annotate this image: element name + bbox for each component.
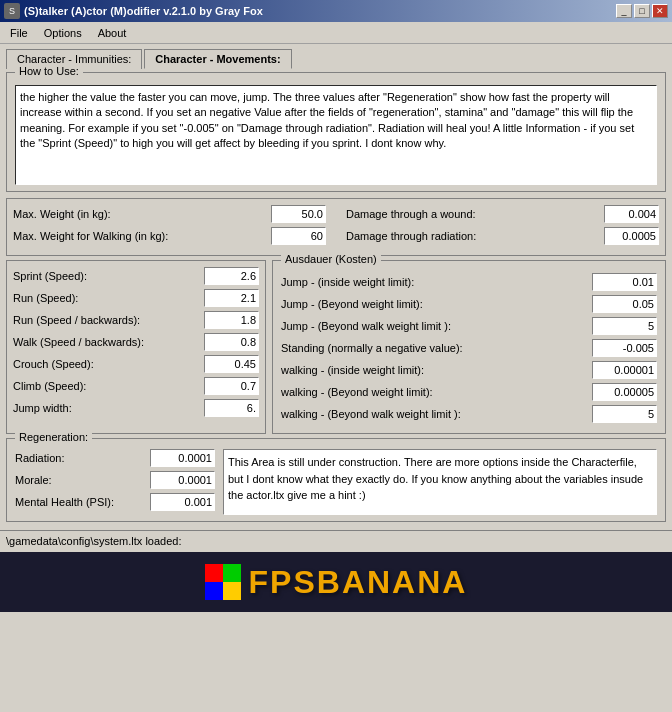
how-to-use-box: How to Use: the higher the value the fas… bbox=[6, 72, 666, 192]
jump-width-row: Jump width: bbox=[13, 399, 259, 417]
morale-input[interactable] bbox=[150, 471, 215, 489]
title-bar: S (S)talker (A)ctor (M)odifier v.2.1.0 b… bbox=[0, 0, 672, 22]
walking-inside-input[interactable] bbox=[592, 361, 657, 379]
sprint-row: Sprint (Speed): bbox=[13, 267, 259, 285]
ausdauer-legend: Ausdauer (Kosten) bbox=[281, 253, 381, 265]
jump-beyond-walk-label: Jump - (Beyond walk weight limit ): bbox=[281, 320, 592, 332]
jump-beyond-row: Jump - (Beyond weight limit): bbox=[281, 295, 657, 313]
run-row: Run (Speed): bbox=[13, 289, 259, 307]
walking-inside-row: walking - (inside weight limit): bbox=[281, 361, 657, 379]
mid-section: Sprint (Speed): Run (Speed): Run (Speed … bbox=[6, 260, 666, 434]
ausdauer-box: Ausdauer (Kosten) Jump - (inside weight … bbox=[272, 260, 666, 434]
walking-beyond-walk-input[interactable] bbox=[592, 405, 657, 423]
svg-rect-1 bbox=[223, 564, 241, 582]
menu-options[interactable]: Options bbox=[36, 25, 90, 41]
radiation-input[interactable] bbox=[150, 449, 215, 467]
run-input[interactable] bbox=[204, 289, 259, 307]
top-form-section: Max. Weight (in kg): Max. Weight for Wal… bbox=[6, 198, 666, 256]
crouch-row: Crouch (Speed): bbox=[13, 355, 259, 373]
crouch-input[interactable] bbox=[204, 355, 259, 373]
jump-beyond-input[interactable] bbox=[592, 295, 657, 313]
main-content: Character - Immunities: Character - Move… bbox=[0, 44, 672, 530]
fpsbanana-icon bbox=[205, 564, 241, 600]
minimize-button[interactable]: _ bbox=[616, 4, 632, 18]
run-label: Run (Speed): bbox=[13, 292, 204, 304]
sprint-label: Sprint (Speed): bbox=[13, 270, 204, 282]
ausdauer-section: Ausdauer (Kosten) Jump - (inside weight … bbox=[272, 260, 666, 434]
jump-beyond-label: Jump - (Beyond weight limit): bbox=[281, 298, 592, 310]
radiation-label: Radiation: bbox=[15, 452, 150, 464]
jump-inside-label: Jump - (inside weight limit): bbox=[281, 276, 592, 288]
how-to-legend: How to Use: bbox=[15, 65, 83, 77]
standing-input[interactable] bbox=[592, 339, 657, 357]
walking-beyond-label: walking - (Beyond weight limit): bbox=[281, 386, 592, 398]
movement-fields-box: Sprint (Speed): Run (Speed): Run (Speed … bbox=[6, 260, 266, 434]
jump-width-input[interactable] bbox=[204, 399, 259, 417]
climb-row: Climb (Speed): bbox=[13, 377, 259, 395]
max-weight-walking-row: Max. Weight for Walking (in kg): bbox=[13, 227, 326, 245]
run-backwards-row: Run (Speed / backwards): bbox=[13, 311, 259, 329]
walk-input[interactable] bbox=[204, 333, 259, 351]
radiation-row: Radiation: bbox=[15, 449, 215, 467]
damage-wound-label: Damage through a wound: bbox=[346, 208, 604, 220]
status-bar: \gamedata\config\system.ltx loaded: bbox=[0, 530, 672, 550]
status-text: \gamedata\config\system.ltx loaded: bbox=[6, 535, 181, 547]
menu-bar: File Options About bbox=[0, 22, 672, 44]
morale-label: Morale: bbox=[15, 474, 150, 486]
jump-inside-input[interactable] bbox=[592, 273, 657, 291]
standing-row: Standing (normally a negative value): bbox=[281, 339, 657, 357]
maximize-button[interactable]: □ bbox=[634, 4, 650, 18]
jump-inside-row: Jump - (inside weight limit): bbox=[281, 273, 657, 291]
tab-bar: Character - Immunities: Character - Move… bbox=[6, 48, 666, 68]
jump-beyond-walk-row: Jump - (Beyond walk weight limit ): bbox=[281, 317, 657, 335]
footer-banner: FPSBANANA bbox=[0, 552, 672, 612]
svg-rect-0 bbox=[205, 564, 223, 582]
walk-row: Walk (Speed / backwards): bbox=[13, 333, 259, 351]
how-to-use-text: the higher the value the faster you can … bbox=[15, 85, 657, 185]
mental-health-label: Mental Health (PSI): bbox=[15, 496, 150, 508]
regen-inner: Radiation: Morale: Mental Health (PSI): … bbox=[15, 449, 657, 515]
svg-rect-2 bbox=[205, 582, 223, 600]
sprint-input[interactable] bbox=[204, 267, 259, 285]
damage-radiation-label: Damage through radiation: bbox=[346, 230, 604, 242]
svg-rect-3 bbox=[223, 582, 241, 600]
window-title: (S)talker (A)ctor (M)odifier v.2.1.0 by … bbox=[24, 5, 263, 17]
damage-wound-row: Damage through a wound: bbox=[346, 205, 659, 223]
banner-text: FPSBANANA bbox=[249, 564, 468, 601]
walking-inside-label: walking - (inside weight limit): bbox=[281, 364, 592, 376]
max-weight-label: Max. Weight (in kg): bbox=[13, 208, 271, 220]
title-bar-buttons: _ □ ✕ bbox=[616, 4, 668, 18]
regen-note: This Area is still under construction. T… bbox=[223, 449, 657, 515]
menu-about[interactable]: About bbox=[90, 25, 135, 41]
damage-wound-input[interactable] bbox=[604, 205, 659, 223]
menu-file[interactable]: File bbox=[2, 25, 36, 41]
max-weight-input[interactable] bbox=[271, 205, 326, 223]
damage-radiation-input[interactable] bbox=[604, 227, 659, 245]
run-backwards-label: Run (Speed / backwards): bbox=[13, 314, 204, 326]
app-icon: S bbox=[4, 3, 20, 19]
climb-input[interactable] bbox=[204, 377, 259, 395]
walking-beyond-walk-row: walking - (Beyond walk weight limit ): bbox=[281, 405, 657, 423]
tab-movements[interactable]: Character - Movements: bbox=[144, 49, 291, 69]
banner-logo: FPSBANANA bbox=[205, 564, 468, 601]
max-weight-walking-input[interactable] bbox=[271, 227, 326, 245]
jump-width-label: Jump width: bbox=[13, 402, 204, 414]
close-button[interactable]: ✕ bbox=[652, 4, 668, 18]
walking-beyond-walk-label: walking - (Beyond walk weight limit ): bbox=[281, 408, 592, 420]
mental-health-row: Mental Health (PSI): bbox=[15, 493, 215, 511]
regen-legend: Regeneration: bbox=[15, 431, 92, 443]
standing-label: Standing (normally a negative value): bbox=[281, 342, 592, 354]
crouch-label: Crouch (Speed): bbox=[13, 358, 204, 370]
max-weight-walking-label: Max. Weight for Walking (in kg): bbox=[13, 230, 271, 242]
walking-beyond-input[interactable] bbox=[592, 383, 657, 401]
damage-radiation-row: Damage through radiation: bbox=[346, 227, 659, 245]
mental-health-input[interactable] bbox=[150, 493, 215, 511]
walk-label: Walk (Speed / backwards): bbox=[13, 336, 204, 348]
regeneration-section: Regeneration: Radiation: Morale: Mental … bbox=[6, 438, 666, 522]
walking-beyond-row: walking - (Beyond weight limit): bbox=[281, 383, 657, 401]
run-backwards-input[interactable] bbox=[204, 311, 259, 329]
jump-beyond-walk-input[interactable] bbox=[592, 317, 657, 335]
regen-left: Radiation: Morale: Mental Health (PSI): bbox=[15, 449, 215, 515]
max-weight-row: Max. Weight (in kg): bbox=[13, 205, 326, 223]
morale-row: Morale: bbox=[15, 471, 215, 489]
